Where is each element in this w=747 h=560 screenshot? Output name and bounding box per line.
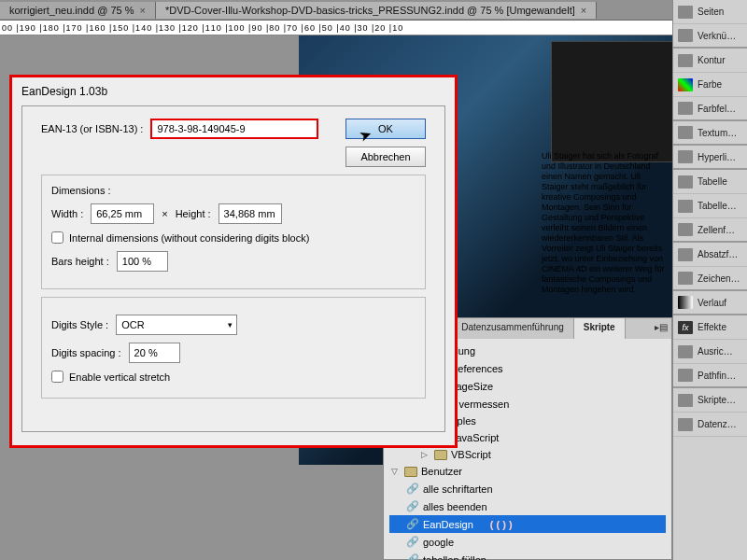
bars-height-label: Bars height : bbox=[51, 256, 109, 267]
panel-label: Absatzf… bbox=[698, 249, 738, 259]
panel-textumfluss[interactable]: Textum… bbox=[673, 121, 747, 146]
tab-scripts[interactable]: Skripte bbox=[574, 318, 626, 339]
panel-farbfelder[interactable]: Farbfel… bbox=[673, 97, 747, 121]
panel-verknuepfungen[interactable]: Verknü… bbox=[673, 24, 747, 49]
panel-label: Pathfin… bbox=[698, 371, 736, 381]
panel-ausrichten[interactable]: Ausric… bbox=[673, 340, 747, 364]
panel-zeichenformate[interactable]: Zeichen… bbox=[673, 267, 747, 291]
charstyle-icon bbox=[678, 272, 693, 285]
panel-label: Farbe bbox=[698, 79, 722, 90]
document-tabs: korrigiert_neu.indd @ 75 %× *DVD-Cover-I… bbox=[0, 0, 747, 21]
tree-script-tabellen[interactable]: 🔗tabellen füllen bbox=[389, 551, 666, 560]
color-icon bbox=[678, 78, 693, 91]
panel-zellenformate[interactable]: Zellenf… bbox=[673, 218, 747, 243]
swatches-icon bbox=[678, 102, 693, 115]
pathfinder-icon bbox=[678, 369, 693, 382]
panel-pathfinder[interactable]: Pathfin… bbox=[673, 364, 747, 388]
tree-label: EanDesign bbox=[423, 519, 473, 530]
tree-label: tabellen füllen bbox=[423, 554, 486, 561]
internal-dim-checkbox[interactable] bbox=[51, 231, 63, 244]
doc-tab-2[interactable]: *DVD-Cover-Illu-Workshop-DVD-basics-tric… bbox=[156, 2, 597, 19]
panel-verlauf[interactable]: Verlauf bbox=[673, 291, 747, 315]
tree-label: alle schriftarten bbox=[423, 483, 493, 495]
combo-value: OCR bbox=[121, 319, 144, 330]
horizontal-ruler: 00 |190 |180 |170 |160 |150 |140 |130 |1… bbox=[0, 21, 747, 35]
close-icon[interactable]: × bbox=[581, 5, 586, 16]
caret-right-icon: ▷ bbox=[421, 450, 430, 459]
textwrap-icon bbox=[678, 126, 693, 139]
body-text: Uli Staiger hat sich als Fotograf und Il… bbox=[542, 151, 669, 295]
panel-tabellenformate[interactable]: Tabelle… bbox=[673, 194, 747, 218]
tab-datamerge[interactable]: Datenzusammenführung bbox=[452, 318, 574, 339]
script-icon: 🔗 bbox=[406, 483, 419, 495]
panel-kontur[interactable]: Kontur bbox=[673, 49, 747, 73]
doc-tab-1[interactable]: korrigiert_neu.indd @ 75 %× bbox=[0, 2, 156, 19]
script-icon: 🔗 bbox=[406, 553, 419, 560]
bars-height-input[interactable] bbox=[117, 251, 168, 272]
cellstyle-icon bbox=[678, 223, 693, 236]
times-label: × bbox=[162, 208, 167, 219]
internal-dim-label: Internal dimensions (without considering… bbox=[69, 232, 309, 244]
panel-absatzformate[interactable]: Absatzf… bbox=[673, 243, 747, 267]
tree-label: alles beenden bbox=[423, 501, 487, 512]
panel-hyperlinks[interactable]: Hyperli… bbox=[673, 146, 747, 170]
panel-menu-icon[interactable]: ▸▤ bbox=[655, 322, 668, 332]
panel-label: Ausric… bbox=[698, 346, 733, 357]
folder-icon bbox=[434, 450, 447, 460]
tab-label: korrigiert_neu.indd @ 75 % bbox=[9, 5, 134, 16]
ean-label: EAN-13 (or ISBN-13) : bbox=[41, 123, 143, 134]
parastyle-icon bbox=[678, 248, 693, 261]
tree-script-google[interactable]: 🔗google bbox=[389, 533, 666, 551]
cancel-button[interactable]: Abbrechen bbox=[345, 147, 426, 167]
tab-label: *DVD-Cover-Illu-Workshop-DVD-basics-tric… bbox=[165, 5, 575, 16]
panel-label: Tabelle… bbox=[698, 201, 737, 211]
dimensions-label: Dimensions : bbox=[51, 185, 416, 196]
fx-icon: fx bbox=[678, 321, 693, 334]
panel-label: Effekte bbox=[698, 322, 726, 332]
panel-label: Tabelle bbox=[698, 176, 727, 187]
tree-label: google bbox=[423, 537, 454, 548]
panel-label: Hyperli… bbox=[698, 152, 736, 162]
gradient-icon bbox=[678, 296, 693, 309]
width-label: Width : bbox=[51, 208, 83, 219]
panel-label: Zeichen… bbox=[698, 273, 740, 284]
digits-spacing-label: Digits spacing : bbox=[51, 347, 121, 358]
height-input[interactable] bbox=[218, 203, 282, 224]
script-icon: 🔗 bbox=[406, 500, 419, 512]
panel-skripte[interactable]: Skripte… bbox=[673, 388, 747, 413]
panel-datenzusammenf[interactable]: Datenz… bbox=[673, 413, 747, 437]
panel-label: Verlauf bbox=[698, 298, 726, 308]
tree-script-schriftarten[interactable]: 🔗alle schriftarten bbox=[389, 480, 666, 497]
tree-folder-vbscript[interactable]: ▷VBScript bbox=[389, 446, 666, 463]
tree-script-eandesign[interactable]: 🔗EanDesign( ( ) ) bbox=[389, 515, 666, 533]
pages-icon bbox=[678, 6, 693, 19]
script-icon: 🔗 bbox=[406, 518, 419, 530]
digits-spacing-input[interactable] bbox=[129, 343, 180, 363]
paren-annotation: ( ( ) ) bbox=[490, 519, 513, 530]
tree-script-beenden[interactable]: 🔗alles beenden bbox=[389, 497, 666, 515]
scripts-icon bbox=[678, 394, 693, 407]
tree-label: Benutzer bbox=[421, 466, 462, 477]
eandesign-dialog: EanDesign 1.03b EAN-13 (or ISBN-13) : OK… bbox=[9, 75, 458, 448]
links-icon bbox=[678, 29, 693, 42]
panel-label: Farbfel… bbox=[698, 104, 736, 114]
panel-tabelle[interactable]: Tabelle bbox=[673, 170, 747, 194]
width-input[interactable] bbox=[91, 203, 154, 224]
panel-effekte[interactable]: fxEffekte bbox=[673, 315, 747, 340]
ean-input[interactable] bbox=[150, 119, 318, 139]
tree-folder-benutzer[interactable]: ▽Benutzer bbox=[389, 463, 666, 480]
vstretch-checkbox[interactable] bbox=[51, 371, 63, 383]
digits-style-combo[interactable]: OCR bbox=[116, 315, 237, 335]
panel-seiten[interactable]: Seiten bbox=[673, 0, 747, 24]
dialog-title: EanDesign 1.03b bbox=[12, 77, 455, 105]
panel-label: Textum… bbox=[698, 128, 737, 138]
right-dock: Seiten Verknü… Kontur Farbe Farbfel… Tex… bbox=[672, 0, 747, 560]
script-icon: 🔗 bbox=[406, 536, 419, 548]
panel-farbe[interactable]: Farbe bbox=[673, 73, 747, 97]
panel-label: Datenz… bbox=[698, 419, 737, 429]
digits-group: Digits Style : OCR Digits spacing : Enab… bbox=[41, 297, 426, 399]
digits-style-label: Digits Style : bbox=[51, 319, 108, 330]
tree-label: VBScript bbox=[451, 449, 491, 460]
close-icon[interactable]: × bbox=[139, 5, 145, 16]
vstretch-label: Enable vertical stretch bbox=[69, 371, 170, 383]
